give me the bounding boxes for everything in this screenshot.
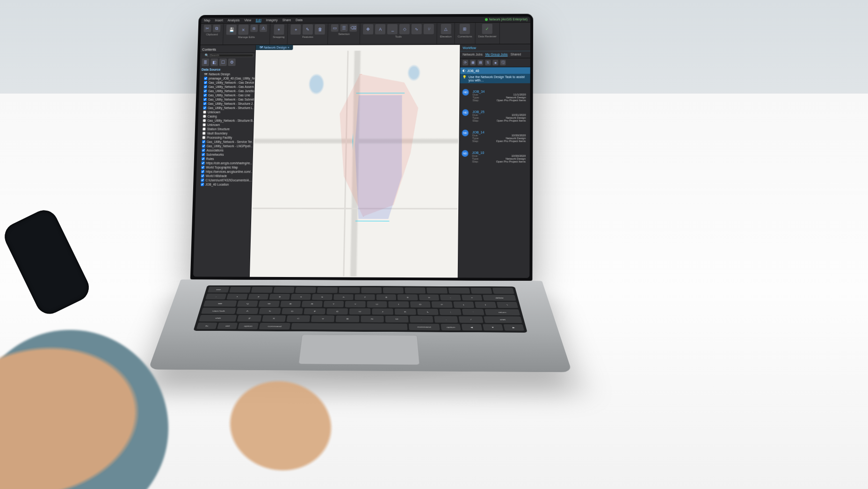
- manage-quality-icon[interactable]: ✓: [482, 24, 492, 34]
- layer-row[interactable]: World Hillshade: [196, 174, 252, 178]
- layer-row[interactable]: C:\Users\unit7432\Documents\A…: [196, 178, 252, 182]
- layer-row[interactable]: Subnetworks: [197, 153, 253, 157]
- layer-visibility-checkbox[interactable]: [203, 98, 207, 101]
- layer-row[interactable]: Gas_Utility_Network - Gas Device: [199, 80, 254, 85]
- layer-visibility-checkbox[interactable]: [203, 106, 206, 109]
- layer-visibility-checkbox[interactable]: [202, 140, 205, 143]
- ribbon-tab-analysis[interactable]: Analysis: [228, 19, 240, 22]
- layer-row[interactable]: Rules: [197, 157, 253, 161]
- list-by-drawing-icon[interactable]: ≣: [202, 58, 209, 66]
- filter-icon[interactable]: ⚙: [228, 58, 236, 66]
- layer-visibility-checkbox[interactable]: [203, 89, 207, 93]
- layer-visibility-checkbox[interactable]: [203, 102, 207, 105]
- list-by-source-icon[interactable]: ◧: [210, 58, 218, 66]
- layer-visibility-checkbox[interactable]: [201, 170, 204, 173]
- map-view[interactable]: 🗺 Network Design ×: [250, 45, 460, 278]
- layer-row[interactable]: JOB_40 Location: [196, 182, 252, 187]
- error-inspector-icon[interactable]: ⚠: [260, 24, 267, 32]
- modify-icon[interactable]: ✎: [303, 24, 313, 35]
- topology-icon[interactable]: ⧈: [250, 24, 258, 32]
- layer-visibility-checkbox[interactable]: [203, 119, 206, 122]
- wf-tab-my-group-jobs[interactable]: My Group Jobs: [485, 53, 508, 57]
- list-by-selection-icon[interactable]: ☐: [219, 58, 227, 66]
- wf-tab-shared[interactable]: Shared: [510, 53, 521, 57]
- root-layer[interactable]: 🗺 Network Design: [200, 72, 255, 76]
- discard-icon[interactable]: ⨯: [238, 24, 248, 35]
- layer-visibility-checkbox[interactable]: [203, 127, 206, 131]
- ribbon-tab-map[interactable]: Map: [204, 19, 210, 22]
- layer-row[interactable]: World Topographic Map: [196, 165, 252, 169]
- layer-visibility-checkbox[interactable]: [203, 110, 206, 114]
- save-icon[interactable]: 💾: [226, 25, 237, 35]
- layer-visibility-checkbox[interactable]: [202, 157, 205, 161]
- layer-row[interactable]: pmanage_JOB_40 (Gas_Utility_Net…: [199, 76, 254, 80]
- ribbon-tab-view[interactable]: View: [244, 19, 251, 22]
- layer-visibility-checkbox[interactable]: [202, 149, 205, 152]
- layer-visibility-checkbox[interactable]: [203, 94, 207, 97]
- layer-row[interactable]: Gas_Utility_Network - Gas Subnet…: [199, 97, 254, 102]
- select-icon[interactable]: ▭: [331, 24, 339, 32]
- refresh-icon[interactable]: ⟳: [463, 60, 468, 66]
- layer-row[interactable]: Unknown: [198, 110, 254, 114]
- layer-row[interactable]: Station Structure: [198, 127, 253, 131]
- layer-visibility-checkbox[interactable]: [202, 161, 205, 165]
- layer-visibility-checkbox[interactable]: [201, 183, 204, 186]
- reshape-icon[interactable]: ∿: [412, 24, 422, 34]
- job-card[interactable]: NDJOB_25Due:10/31/2020Type:Network Desig…: [462, 108, 528, 124]
- details-icon[interactable]: ⓘ: [500, 60, 506, 66]
- layer-row[interactable]: https://cdn.arcgis.com/sharing/re…: [197, 161, 253, 165]
- attributes-icon[interactable]: ☰: [340, 24, 348, 32]
- layer-visibility-checkbox[interactable]: [202, 145, 205, 148]
- layer-visibility-checkbox[interactable]: [201, 178, 204, 182]
- snapping-icon[interactable]: ⌖: [274, 24, 284, 35]
- job-card[interactable]: NDJOB_10Due:10/30/2020Type:Network Desig…: [462, 149, 528, 165]
- layer-visibility-checkbox[interactable]: [202, 136, 205, 139]
- create-icon[interactable]: ＋: [290, 24, 301, 35]
- move-icon[interactable]: ✥: [363, 24, 373, 35]
- layer-row[interactable]: Gas_Utility_Network - Gas Junctio…: [199, 89, 254, 93]
- layer-visibility-checkbox[interactable]: [201, 166, 204, 169]
- layer-visibility-checkbox[interactable]: [203, 115, 206, 118]
- filter-icon[interactable]: ▤: [477, 60, 483, 66]
- layer-row[interactable]: Vault Boundary: [198, 131, 253, 135]
- ribbon-tab-insert[interactable]: Insert: [215, 19, 223, 22]
- layer-visibility-checkbox[interactable]: [204, 85, 207, 88]
- edge-icon[interactable]: ⎯: [387, 24, 398, 34]
- layer-visibility-checkbox[interactable]: [203, 123, 206, 126]
- delete-icon[interactable]: 🗑: [315, 24, 325, 35]
- layer-row[interactable]: Processing Facility: [197, 135, 253, 139]
- layer-visibility-checkbox[interactable]: [202, 153, 205, 156]
- layer-row[interactable]: Gas_Utility_Network - Service Ter…: [197, 139, 253, 144]
- job-card[interactable]: NDJOB_34Due:11/1/2020Type:Network Design…: [462, 88, 528, 103]
- layer-row[interactable]: Gas_Utility_Network - Structure B…: [198, 118, 253, 123]
- vertices-icon[interactable]: ◇: [399, 24, 410, 34]
- sort-icon[interactable]: ⇅: [485, 60, 491, 66]
- layer-row[interactable]: Casing: [198, 114, 254, 118]
- layer-row[interactable]: Unknown: [198, 123, 253, 127]
- stop-icon[interactable]: ■: [492, 60, 498, 66]
- layer-row[interactable]: Gas_Utility_Network - Gas Line: [199, 93, 254, 97]
- elevation-icon[interactable]: △: [441, 24, 451, 34]
- annotation-icon[interactable]: A: [375, 24, 385, 34]
- copy-icon[interactable]: ⧉: [213, 25, 220, 32]
- cut-icon[interactable]: ✂: [203, 25, 211, 32]
- split-icon[interactable]: ⑂: [424, 24, 434, 34]
- ribbon-tab-share[interactable]: Share: [282, 18, 291, 22]
- layer-visibility-checkbox[interactable]: [204, 81, 207, 84]
- job-card[interactable]: NDJOB_14Due:10/30/2020Type:Network Desig…: [462, 129, 528, 145]
- layer-visibility-checkbox[interactable]: [203, 131, 206, 135]
- layer-row[interactable]: Gas_Utility_Network - Gas Assem…: [199, 85, 254, 89]
- wf-tab-network-jobs[interactable]: Network Jobs: [463, 53, 483, 57]
- ribbon-tab-data[interactable]: Data: [296, 18, 303, 22]
- layer-row[interactable]: https://services.arcgisonline.com/…: [196, 169, 252, 174]
- toc-search-input[interactable]: [210, 53, 253, 57]
- open-icon[interactable]: ▦: [470, 60, 476, 66]
- layer-visibility-checkbox[interactable]: [201, 174, 204, 177]
- layer-row[interactable]: Gas_Utility_Network - Structure L…: [198, 106, 254, 110]
- layer-visibility-checkbox[interactable]: [204, 77, 207, 80]
- current-job-row[interactable]: ◐ JOB_40: [460, 67, 530, 74]
- ground-to-grid-icon[interactable]: ⊞: [460, 24, 470, 34]
- layer-row[interactable]: Associations: [197, 148, 253, 153]
- layer-row[interactable]: Gas_Utility_Network - Structure J…: [199, 102, 254, 106]
- ribbon-tab-edit[interactable]: Edit: [256, 19, 261, 22]
